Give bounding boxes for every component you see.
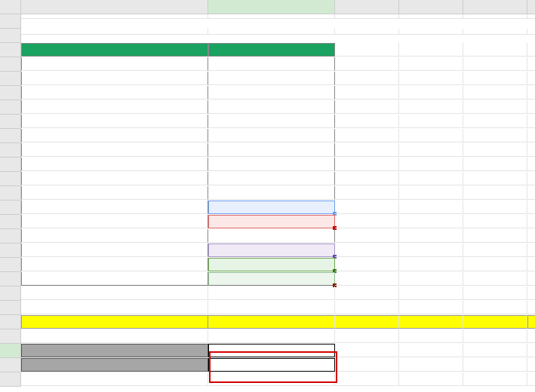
value-total-assets[interactable] — [208, 358, 335, 372]
value-inventories[interactable] — [208, 243, 335, 257]
col-header-F[interactable] — [527, 0, 535, 14]
row-header-10[interactable] — [0, 143, 21, 158]
row-header-3[interactable] — [0, 43, 21, 57]
row-header-20[interactable] — [0, 286, 21, 301]
row-header-5[interactable] — [0, 72, 21, 86]
label-non-current-liab[interactable] — [21, 86, 208, 100]
label-assets[interactable] — [21, 158, 208, 171]
row-header-22[interactable] — [0, 315, 21, 329]
label-cash[interactable] — [21, 272, 208, 286]
value-income-tax[interactable] — [208, 143, 335, 157]
label-current-assets[interactable] — [21, 229, 208, 243]
cell-total-assets-formula[interactable] — [208, 344, 335, 357]
value-trade-receivables[interactable] — [208, 258, 335, 271]
row-header-14[interactable] — [0, 201, 21, 215]
value-intangible[interactable] — [208, 215, 335, 228]
label-income-tax[interactable] — [21, 143, 208, 157]
value-long-term-debt[interactable] — [208, 100, 335, 114]
label-non-current-assets[interactable] — [21, 172, 208, 185]
header-amount[interactable] — [208, 43, 335, 57]
label-shareholders-equity[interactable] — [21, 72, 208, 85]
row-header-9[interactable] — [0, 129, 21, 143]
col-header-B[interactable] — [208, 0, 335, 14]
label-inventories[interactable] — [21, 243, 208, 257]
row-header-6[interactable] — [0, 86, 21, 100]
col-header-A[interactable] — [21, 0, 208, 14]
row-header-8[interactable] — [0, 115, 21, 129]
row-header-17[interactable] — [0, 243, 21, 258]
row-header-2[interactable] — [0, 29, 21, 43]
row-header-21[interactable] — [0, 301, 21, 315]
cell-A1[interactable] — [21, 14, 208, 19]
row-header-1[interactable] — [0, 14, 21, 29]
value-tangible[interactable] — [208, 201, 335, 214]
cell-B1[interactable] — [208, 14, 335, 19]
row-header-7[interactable] — [0, 100, 21, 115]
value-shareholders-equity[interactable] — [208, 72, 335, 85]
row-header-19[interactable] — [0, 272, 21, 286]
row-header-11[interactable] — [0, 158, 21, 172]
col-header-C[interactable] — [335, 0, 399, 14]
select-all-corner[interactable] — [0, 0, 21, 14]
value-cash[interactable] — [208, 272, 335, 286]
label-fixed-assets[interactable] — [21, 186, 208, 200]
label-long-term-debt[interactable] — [21, 100, 208, 114]
formula-description[interactable] — [21, 315, 208, 329]
label-intangible[interactable] — [21, 215, 208, 228]
label-equity-liab[interactable] — [21, 57, 208, 71]
col-header-E[interactable] — [463, 0, 527, 14]
label-total-assets-formula[interactable] — [21, 344, 208, 357]
spreadsheet-grid[interactable] — [0, 0, 535, 387]
row-header-16[interactable] — [0, 229, 21, 243]
row-header-24[interactable] — [0, 344, 21, 358]
row-header-12[interactable] — [0, 172, 21, 186]
label-total-assets[interactable] — [21, 358, 208, 372]
row-header-23[interactable] — [0, 329, 21, 344]
row-header-4[interactable] — [0, 57, 21, 72]
col-header-D[interactable] — [399, 0, 463, 14]
row-header-18[interactable] — [0, 258, 21, 272]
row-header-25[interactable] — [0, 358, 21, 372]
row-header-13[interactable] — [0, 186, 21, 201]
label-trade-receivables[interactable] — [21, 258, 208, 271]
row-header-15[interactable] — [0, 215, 21, 229]
note-text[interactable] — [21, 301, 208, 314]
header-particulars[interactable] — [21, 43, 208, 57]
label-tangible[interactable] — [21, 201, 208, 214]
label-current-liab[interactable] — [21, 115, 208, 128]
row-header-26[interactable] — [0, 372, 21, 387]
label-trade-payables[interactable] — [21, 129, 208, 142]
value-trade-payables[interactable] — [208, 129, 335, 142]
